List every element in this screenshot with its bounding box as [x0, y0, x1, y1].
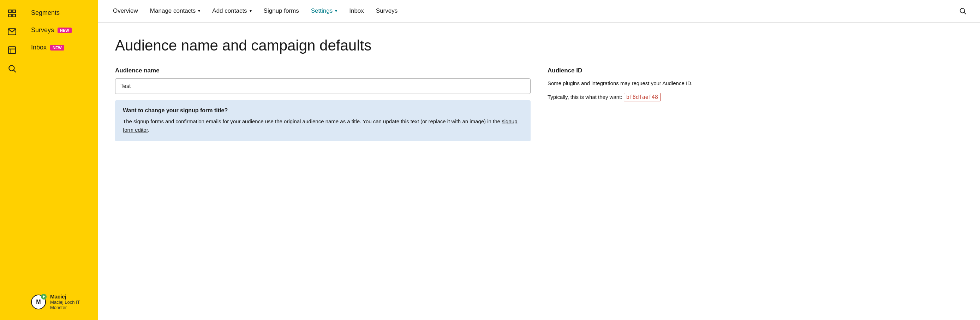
- audience-id-code[interactable]: bf8dfaef48: [624, 93, 660, 101]
- info-box-text-after: .: [148, 127, 150, 133]
- search-button[interactable]: [955, 0, 970, 22]
- search-sidebar-icon[interactable]: [4, 61, 20, 76]
- inbox-label: Inbox: [31, 44, 46, 51]
- svg-rect-3: [13, 14, 16, 17]
- audience-id-section: Audience ID Some plugins and integration…: [547, 67, 963, 141]
- nav-manage-contacts-label: Manage contacts: [150, 7, 196, 14]
- sidebar-item-segments[interactable]: Segments: [24, 4, 98, 22]
- svg-point-11: [960, 8, 965, 13]
- page-content: Audience name and campaign defaults Audi…: [98, 22, 980, 320]
- page-title: Audience name and campaign defaults: [115, 37, 963, 54]
- svg-rect-1: [13, 10, 16, 13]
- audience-name-section: Audience name Want to change your signup…: [115, 67, 531, 141]
- audience-id-text2-label: Typically, this is what they want:: [547, 94, 622, 100]
- surveys-badge: New: [57, 27, 72, 33]
- nav-overview-label: Overview: [113, 7, 138, 14]
- nav-settings-label: Settings: [311, 7, 332, 14]
- audience-id-text1: Some plugins and integrations may reques…: [547, 78, 963, 88]
- sidebar-item-surveys[interactable]: Surveys New: [24, 22, 98, 39]
- sidebar-item-inbox[interactable]: Inbox New: [24, 39, 98, 56]
- nav-surveys[interactable]: Surveys: [371, 0, 402, 22]
- info-box-text: The signup forms and confirmation emails…: [123, 117, 523, 134]
- campaigns-icon[interactable]: [4, 24, 20, 40]
- user-org: Maciej Loch IT Monster: [50, 299, 91, 310]
- avatar-initials: M: [36, 299, 41, 305]
- surveys-label: Surveys: [31, 27, 54, 34]
- svg-point-8: [9, 65, 14, 71]
- audience-id-text2: Typically, this is what they want: bf8df…: [547, 92, 963, 102]
- content-grid: Audience name Want to change your signup…: [115, 67, 963, 141]
- add-contacts-chevron: ▾: [250, 8, 252, 13]
- nav-inbox-label: Inbox: [349, 7, 364, 14]
- nav-add-contacts[interactable]: Add contacts ▾: [207, 0, 256, 22]
- nav-add-contacts-label: Add contacts: [212, 7, 247, 14]
- templates-icon[interactable]: [4, 42, 20, 58]
- nav-signup-forms[interactable]: Signup forms: [259, 0, 304, 22]
- svg-rect-5: [8, 47, 16, 54]
- top-nav: Overview Manage contacts ▾ Add contacts …: [98, 0, 980, 22]
- left-nav: Segments Surveys New Inbox New M Maciej …: [24, 0, 98, 320]
- nav-settings[interactable]: Settings ▾: [306, 0, 342, 22]
- svg-rect-2: [8, 14, 11, 17]
- nav-inbox[interactable]: Inbox: [344, 0, 369, 22]
- info-box: Want to change your signup form title? T…: [115, 100, 531, 141]
- svg-rect-0: [8, 10, 11, 13]
- manage-contacts-chevron: ▾: [198, 8, 200, 13]
- nav-signup-forms-label: Signup forms: [264, 7, 299, 14]
- info-box-title: Want to change your signup form title?: [123, 107, 523, 114]
- sidebar-icons: [0, 0, 24, 320]
- nav-manage-contacts[interactable]: Manage contacts ▾: [145, 0, 205, 22]
- settings-chevron: ▾: [335, 8, 337, 13]
- user-name: Maciej: [50, 293, 91, 299]
- avatar: M: [31, 295, 46, 309]
- svg-line-9: [14, 70, 16, 72]
- audience-id-label: Audience ID: [547, 67, 963, 74]
- nav-surveys-label: Surveys: [376, 7, 398, 14]
- main-content: Overview Manage contacts ▾ Add contacts …: [98, 0, 980, 320]
- avatar-upload-icon: [41, 294, 46, 299]
- audience-name-input[interactable]: [115, 78, 531, 94]
- inbox-badge: New: [50, 45, 64, 51]
- grid-icon[interactable]: [4, 6, 20, 21]
- user-profile[interactable]: M Maciej Maciej Loch IT Monster: [24, 288, 98, 316]
- user-info: Maciej Maciej Loch IT Monster: [50, 293, 91, 310]
- segments-label: Segments: [31, 9, 60, 17]
- info-box-text-main: The signup forms and confirmation emails…: [123, 118, 500, 124]
- nav-overview[interactable]: Overview: [108, 0, 143, 22]
- svg-marker-10: [43, 295, 45, 298]
- svg-line-12: [964, 12, 966, 14]
- audience-name-label: Audience name: [115, 67, 531, 74]
